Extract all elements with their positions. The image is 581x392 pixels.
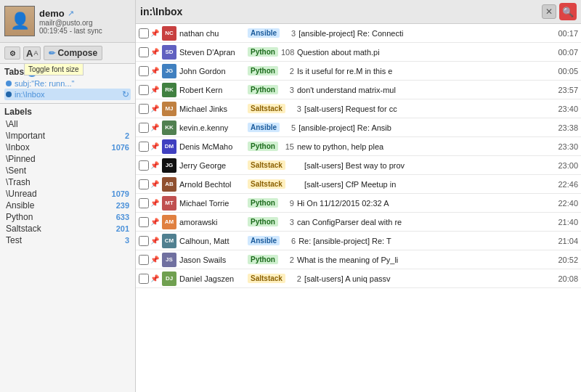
profile-area: 👤 demo ↗ mailr@pusto.org 00:19:45 - last…	[0, 0, 135, 43]
email-checkbox[interactable]	[139, 123, 149, 133]
search-clear-button[interactable]: ✕	[542, 4, 556, 19]
tab-item-inbox[interactable]: in:\Inbox ↻	[4, 89, 131, 100]
email-subject: Hi On 11/12/2015 02:32 A	[297, 199, 554, 208]
avatar: DJ	[162, 271, 176, 286]
email-sender: Robert Kern	[179, 86, 245, 94]
label-item[interactable]: Python633	[4, 211, 131, 223]
table-row[interactable]: 📌DJDaniel JagszenSaltstack2[salt-users] …	[136, 269, 581, 288]
email-count: 2	[281, 67, 294, 75]
table-row[interactable]: 📌NCnathan chuAnsible3[ansible-project] R…	[136, 24, 581, 43]
email-count: 3	[288, 105, 301, 113]
label-item[interactable]: \Trash	[4, 176, 131, 188]
labels-section: Labels \All\Important2\Inbox1076\Pinned\…	[0, 104, 135, 392]
tabs-header-label: Tabs	[4, 67, 24, 77]
email-checkbox[interactable]	[139, 142, 149, 152]
email-checkbox[interactable]	[139, 160, 149, 171]
email-subject: [ansible-project] Re: Connecti	[298, 29, 553, 38]
tab-dot-active-icon	[6, 91, 12, 97]
email-tag: Python	[248, 66, 278, 75]
refresh-icon[interactable]: ↻	[122, 89, 129, 99]
email-subject: can ConfigParser deal with re	[297, 218, 554, 226]
email-checkbox[interactable]	[139, 104, 149, 114]
settings-icon[interactable]: ⚙	[4, 46, 20, 60]
email-tag: Python	[248, 85, 278, 94]
email-checkbox[interactable]	[139, 179, 149, 189]
pin-icon: 📌	[150, 142, 159, 152]
table-row[interactable]: 📌JGJerry GeorgeSaltstack[salt-users] Bes…	[136, 156, 581, 175]
email-count: 5	[283, 123, 296, 132]
email-sender: Jason Swails	[179, 256, 245, 264]
avatar: CM	[162, 234, 176, 248]
email-count: 3	[281, 86, 294, 94]
label-name: \Inbox	[6, 142, 112, 152]
email-tag: Python	[248, 142, 278, 151]
table-row[interactable]: 📌DMDenis McMahoPython15new to python, he…	[136, 137, 581, 156]
table-row[interactable]: 📌JSJason SwailsPython2What is the meanin…	[136, 250, 581, 269]
avatar: MT	[162, 196, 176, 211]
email-tag: Ansible	[248, 236, 280, 245]
email-tag: Ansible	[248, 123, 280, 132]
table-row[interactable]: 📌KKkevin.e.kennyAnsible5[ansible-project…	[136, 118, 581, 137]
label-item[interactable]: Ansible239	[4, 200, 131, 211]
tab-item-search[interactable]: subj:"Re: runn..."	[4, 78, 131, 89]
email-sender: kevin.e.kenny	[179, 123, 245, 132]
email-tag: Saltstack	[248, 274, 285, 283]
table-row[interactable]: 📌MJMichael JinksSaltstack3[salt-users] R…	[136, 99, 581, 118]
email-checkbox[interactable]	[139, 217, 149, 227]
search-button[interactable]: 🔍	[559, 3, 577, 20]
email-checkbox[interactable]	[139, 28, 149, 38]
table-row[interactable]: 📌MTMichael TorriePython9Hi On 11/12/2015…	[136, 194, 581, 213]
email-subject: [salt-users] Request for cc	[304, 105, 554, 113]
font-size-button[interactable]: A A Toggle font size	[23, 46, 41, 60]
label-name: Python	[6, 212, 116, 222]
email-subject: [salt-users] Best way to prov	[304, 161, 554, 170]
email-checkbox[interactable]	[139, 66, 149, 76]
pin-icon: 📌	[150, 198, 159, 208]
label-item[interactable]: \Sent	[4, 165, 131, 176]
email-sender: Jerry George	[179, 161, 245, 170]
email-sender: John Gordon	[179, 67, 245, 75]
table-row[interactable]: 📌RKRobert KernPython3don't understand ma…	[136, 81, 581, 99]
table-row[interactable]: 📌JGJohn GordonPython2Is it useful for re…	[136, 62, 581, 81]
compose-button[interactable]: ✏ Compose	[44, 46, 102, 60]
email-checkbox[interactable]	[139, 236, 149, 246]
pin-icon: 📌	[150, 85, 159, 95]
email-subject: [salt-users] CfP Meetup in	[304, 180, 554, 189]
table-row[interactable]: 📌SDSteven D'ApranPython108Question about…	[136, 43, 581, 62]
label-item[interactable]: \All	[4, 118, 131, 130]
profile-name: demo	[39, 8, 65, 19]
label-item[interactable]: \Inbox1076	[4, 142, 131, 153]
table-row[interactable]: 📌CMCalhoun, MattAnsible6Re: [ansible-pro…	[136, 232, 581, 250]
email-time: 21:40	[558, 218, 578, 226]
email-list: 📌NCnathan chuAnsible3[ansible-project] R…	[136, 24, 581, 392]
email-checkbox[interactable]	[139, 274, 149, 284]
label-name: \All	[6, 119, 129, 129]
search-label: in:\Inbox	[140, 6, 539, 17]
label-name: \Important	[6, 131, 125, 141]
email-time: 22:40	[558, 199, 578, 208]
label-item[interactable]: \Unread1079	[4, 188, 131, 200]
email-checkbox[interactable]	[139, 47, 149, 57]
email-time: 21:04	[558, 237, 578, 245]
email-checkbox[interactable]	[139, 85, 149, 95]
label-name: \Pinned	[6, 154, 129, 164]
email-checkbox[interactable]	[139, 255, 149, 265]
pin-icon: 📌	[150, 179, 159, 189]
label-item[interactable]: \Important2	[4, 130, 131, 142]
email-time: 23:38	[558, 123, 578, 132]
table-row[interactable]: 📌AMamorawskiPython3can ConfigParser deal…	[136, 213, 581, 232]
label-item[interactable]: Saltstack201	[4, 223, 131, 234]
sidebar: 👤 demo ↗ mailr@pusto.org 00:19:45 - last…	[0, 0, 136, 392]
avatar: AB	[162, 177, 176, 192]
email-tag: Saltstack	[248, 160, 285, 170]
email-subject: [ansible-project] Re: Ansib	[298, 123, 553, 132]
table-row[interactable]: 📌ABArnold BechtolSaltstack[salt-users] C…	[136, 175, 581, 194]
label-item[interactable]: Test3	[4, 234, 131, 246]
profile-email: mailr@pusto.org	[39, 19, 131, 27]
email-tag: Python	[248, 255, 278, 264]
tab-dot-icon	[6, 81, 12, 86]
email-sender: Daniel Jagszen	[179, 274, 245, 283]
email-checkbox[interactable]	[139, 198, 149, 208]
label-item[interactable]: \Pinned	[4, 153, 131, 165]
profile-arrow-icon[interactable]: ↗	[68, 9, 74, 18]
